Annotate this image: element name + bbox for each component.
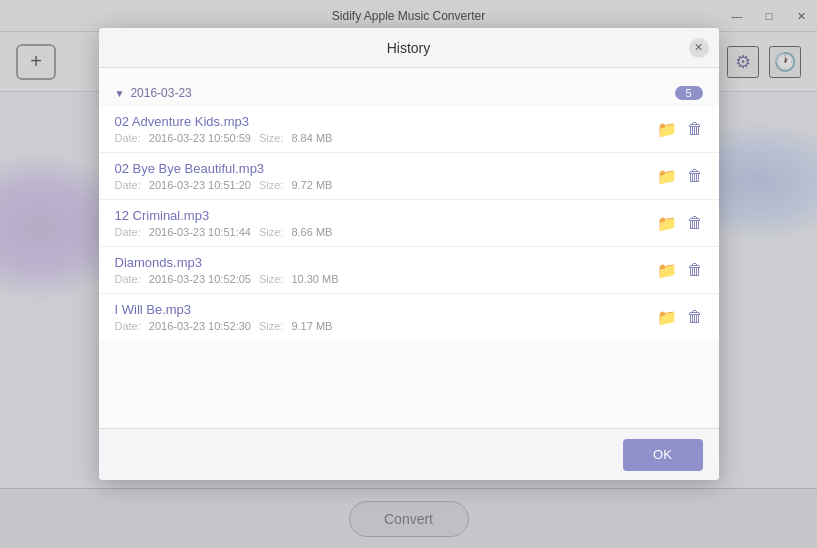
folder-icon: 📁 bbox=[657, 120, 677, 139]
dialog-footer: OK bbox=[99, 428, 719, 480]
folder-icon: 📁 bbox=[657, 261, 677, 280]
dialog-header: History ✕ bbox=[99, 28, 719, 68]
file-meta: Date: 2016-03-23 10:52:05 Size: 10.30 MB bbox=[115, 273, 657, 285]
date-group-date: 2016-03-23 bbox=[130, 86, 191, 100]
file-row: 12 Criminal.mp3 Date: 2016-03-23 10:51:4… bbox=[99, 200, 719, 247]
open-folder-button[interactable]: 📁 bbox=[657, 167, 677, 186]
size-label-text: Size: bbox=[259, 226, 283, 238]
file-info: 02 Bye Bye Beautiful.mp3 Date: 2016-03-2… bbox=[115, 161, 657, 191]
date-group-label: ▼ 2016-03-23 bbox=[115, 86, 192, 100]
trash-icon: 🗑 bbox=[687, 214, 703, 232]
size-label-text: Size: bbox=[259, 273, 283, 285]
trash-icon: 🗑 bbox=[687, 120, 703, 138]
date-value: 2016-03-23 10:50:59 bbox=[149, 132, 251, 144]
file-actions: 📁 🗑 bbox=[657, 308, 703, 327]
delete-button[interactable]: 🗑 bbox=[687, 308, 703, 326]
delete-button[interactable]: 🗑 bbox=[687, 120, 703, 138]
close-icon: ✕ bbox=[694, 41, 703, 54]
file-row: 02 Bye Bye Beautiful.mp3 Date: 2016-03-2… bbox=[99, 153, 719, 200]
date-label-text: Date: bbox=[115, 273, 141, 285]
trash-icon: 🗑 bbox=[687, 167, 703, 185]
dialog-title: History bbox=[387, 40, 431, 56]
ok-button[interactable]: OK bbox=[623, 439, 703, 471]
collapse-arrow-icon: ▼ bbox=[115, 88, 125, 99]
size-label-text: Size: bbox=[259, 132, 283, 144]
size-label-text: Size: bbox=[259, 179, 283, 191]
file-actions: 📁 🗑 bbox=[657, 120, 703, 139]
file-name: 12 Criminal.mp3 bbox=[115, 208, 657, 223]
file-meta: Date: 2016-03-23 10:52:30 Size: 9.17 MB bbox=[115, 320, 657, 332]
file-name: I Will Be.mp3 bbox=[115, 302, 657, 317]
date-value: 2016-03-23 10:51:44 bbox=[149, 226, 251, 238]
count-badge: 5 bbox=[675, 86, 703, 100]
folder-icon: 📁 bbox=[657, 214, 677, 233]
file-name: Diamonds.mp3 bbox=[115, 255, 657, 270]
file-info: I Will Be.mp3 Date: 2016-03-23 10:52:30 … bbox=[115, 302, 657, 332]
file-info: 12 Criminal.mp3 Date: 2016-03-23 10:51:4… bbox=[115, 208, 657, 238]
delete-button[interactable]: 🗑 bbox=[687, 167, 703, 185]
size-value: 9.72 MB bbox=[291, 179, 332, 191]
file-meta: Date: 2016-03-23 10:51:20 Size: 9.72 MB bbox=[115, 179, 657, 191]
size-value: 8.66 MB bbox=[291, 226, 332, 238]
file-row: 02 Adventure Kids.mp3 Date: 2016-03-23 1… bbox=[99, 106, 719, 153]
file-actions: 📁 🗑 bbox=[657, 214, 703, 233]
date-label-text: Date: bbox=[115, 320, 141, 332]
dialog-close-button[interactable]: ✕ bbox=[689, 38, 709, 58]
open-folder-button[interactable]: 📁 bbox=[657, 308, 677, 327]
date-value: 2016-03-23 10:52:05 bbox=[149, 273, 251, 285]
file-name: 02 Bye Bye Beautiful.mp3 bbox=[115, 161, 657, 176]
date-value: 2016-03-23 10:51:20 bbox=[149, 179, 251, 191]
date-label-text: Date: bbox=[115, 132, 141, 144]
open-folder-button[interactable]: 📁 bbox=[657, 214, 677, 233]
delete-button[interactable]: 🗑 bbox=[687, 261, 703, 279]
size-label-text: Size: bbox=[259, 320, 283, 332]
file-meta: Date: 2016-03-23 10:50:59 Size: 8.84 MB bbox=[115, 132, 657, 144]
folder-icon: 📁 bbox=[657, 167, 677, 186]
date-value: 2016-03-23 10:52:30 bbox=[149, 320, 251, 332]
folder-icon: 📁 bbox=[657, 308, 677, 327]
trash-icon: 🗑 bbox=[687, 261, 703, 279]
file-actions: 📁 🗑 bbox=[657, 261, 703, 280]
date-label-text: Date: bbox=[115, 226, 141, 238]
open-folder-button[interactable]: 📁 bbox=[657, 120, 677, 139]
history-dialog: History ✕ ▼ 2016-03-23 5 bbox=[99, 28, 719, 480]
dialog-content: ▼ 2016-03-23 5 02 Adventure Kids.mp3 Dat… bbox=[99, 68, 719, 428]
open-folder-button[interactable]: 📁 bbox=[657, 261, 677, 280]
size-value: 10.30 MB bbox=[291, 273, 338, 285]
app-window: Sidify Apple Music Converter — □ ✕ + ⚙ 🕐… bbox=[0, 0, 817, 548]
size-value: 9.17 MB bbox=[291, 320, 332, 332]
file-name: 02 Adventure Kids.mp3 bbox=[115, 114, 657, 129]
date-group-header: ▼ 2016-03-23 5 bbox=[99, 80, 719, 106]
file-info: 02 Adventure Kids.mp3 Date: 2016-03-23 1… bbox=[115, 114, 657, 144]
file-meta: Date: 2016-03-23 10:51:44 Size: 8.66 MB bbox=[115, 226, 657, 238]
date-label-text: Date: bbox=[115, 179, 141, 191]
file-row: Diamonds.mp3 Date: 2016-03-23 10:52:05 S… bbox=[99, 247, 719, 294]
delete-button[interactable]: 🗑 bbox=[687, 214, 703, 232]
file-row: I Will Be.mp3 Date: 2016-03-23 10:52:30 … bbox=[99, 294, 719, 340]
size-value: 8.84 MB bbox=[291, 132, 332, 144]
file-actions: 📁 🗑 bbox=[657, 167, 703, 186]
file-info: Diamonds.mp3 Date: 2016-03-23 10:52:05 S… bbox=[115, 255, 657, 285]
modal-overlay: History ✕ ▼ 2016-03-23 5 bbox=[0, 0, 817, 548]
trash-icon: 🗑 bbox=[687, 308, 703, 326]
